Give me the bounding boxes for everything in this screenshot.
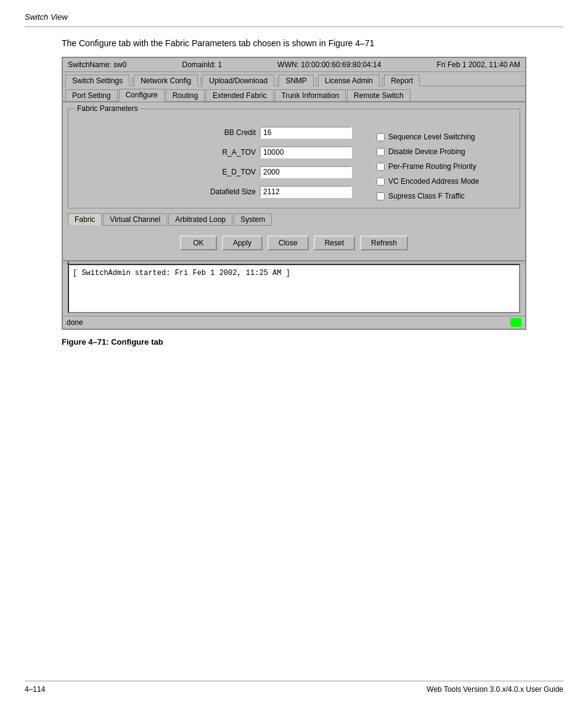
sub-tab-arbitrated-loop[interactable]: Arbitrated Loop <box>168 213 232 226</box>
sep3: | <box>276 76 278 84</box>
sub-tab-system[interactable]: System <box>234 213 272 226</box>
refresh-button[interactable]: Refresh <box>360 236 408 250</box>
checkbox-per-frame-label: Per-Frame Routing Priority <box>388 162 476 171</box>
tab-trunk-information[interactable]: Trunk Information <box>275 89 346 101</box>
resize-icon: ▲ <box>65 259 71 266</box>
footer-left: 4–114 <box>25 685 45 694</box>
checkbox-sequence-level: Sequence Level Switching <box>377 133 512 141</box>
close-button[interactable]: Close <box>267 236 309 250</box>
datafield-input[interactable] <box>259 186 352 198</box>
checkbox-disable-device-label: Disable Device Probing <box>388 147 465 156</box>
tab-row-1: Switch Settings | Network Config | Uploa… <box>63 72 525 86</box>
checkbox-sequence-level-input[interactable] <box>377 133 385 141</box>
wwn-label: WWN: 10:00:00:60:69:80:04:14 <box>277 60 381 69</box>
sep2: | <box>200 76 202 84</box>
params-right: Sequence Level Switching Disable Device … <box>377 126 512 200</box>
tab-port-setting[interactable]: Port Setting <box>65 89 118 101</box>
domain-id-label: DomainId: 1 <box>182 60 223 69</box>
figure-caption: Figure 4–71: Configure tab <box>62 337 563 347</box>
tab-extended-fabric[interactable]: Extended Fabric <box>206 89 273 101</box>
sub-tab-fabric[interactable]: Fabric <box>68 213 102 226</box>
apply-button[interactable]: Apply <box>222 236 263 250</box>
intro-text: The Configure tab with the Fabric Parame… <box>62 38 563 48</box>
datafield-label: Datafield Size <box>200 187 256 196</box>
checkbox-supress-class-f: Supress Class F Traffic <box>377 192 512 200</box>
checkbox-per-frame-input[interactable] <box>377 163 385 171</box>
page-footer: 4–114 Web Tools Version 3.0.x/4.0.x User… <box>25 681 563 694</box>
r-a-tov-input[interactable] <box>259 146 352 158</box>
page-title: Switch View <box>25 12 563 27</box>
tab-configure[interactable]: Configure <box>119 89 165 102</box>
checkbox-supress-class-f-label: Supress Class F Traffic <box>388 192 465 200</box>
tab-report[interactable]: Report <box>384 75 420 86</box>
e-d-tov-label: E_D_TOV <box>200 168 256 176</box>
sub-tabs: Fabric Virtual Channel Arbitrated Loop S… <box>68 213 520 226</box>
checkbox-disable-device: Disable Device Probing <box>377 147 512 156</box>
switch-name-label: SwitchName: sw0 <box>68 60 126 69</box>
status-text: done <box>67 318 83 327</box>
params-content: BB Credit R_A_TOV E_D_TOV Datafi <box>76 114 512 200</box>
tab-snmp[interactable]: SNMP <box>279 75 314 86</box>
fabric-parameters-group: Fabric Parameters BB Credit R_A_TOV <box>68 109 520 208</box>
datafield-row: Datafield Size <box>200 186 352 198</box>
tab-switch-settings[interactable]: Switch Settings <box>65 75 129 86</box>
sep4: | <box>316 76 317 84</box>
sep1: | <box>131 76 133 84</box>
log-area: [ SwitchAdmin started: Fri Feb 1 2002, 1… <box>68 264 520 313</box>
tab-upload-download[interactable]: Upload/Download <box>202 75 274 86</box>
checkbox-per-frame: Per-Frame Routing Priority <box>377 162 512 171</box>
tab-routing[interactable]: Routing <box>166 89 205 101</box>
window-frame: SwitchName: sw0 DomainId: 1 WWN: 10:00:0… <box>62 57 526 330</box>
r-a-tov-row: R_A_TOV <box>200 146 352 158</box>
log-text: [ SwitchAdmin started: Fri Feb 1 2002, 1… <box>73 269 290 277</box>
tab-remote-switch[interactable]: Remote Switch <box>347 89 410 101</box>
checkbox-vc-encoded-label: VC Encoded Address Mode <box>388 177 479 186</box>
e-d-tov-row: E_D_TOV <box>200 166 352 178</box>
tab-network-config[interactable]: Network Config <box>134 75 198 86</box>
group-box-title: Fabric Parameters <box>75 104 141 113</box>
tab-license-admin[interactable]: License Admin <box>318 75 380 86</box>
sep5: | <box>382 76 383 84</box>
e-d-tov-input[interactable] <box>259 166 352 178</box>
checkbox-sequence-level-label: Sequence Level Switching <box>388 133 475 141</box>
checkbox-disable-device-input[interactable] <box>377 148 385 156</box>
status-bar: done <box>63 316 525 329</box>
params-left: BB Credit R_A_TOV E_D_TOV Datafi <box>76 126 358 200</box>
bb-credit-row: BB Credit <box>200 126 352 139</box>
checkbox-supress-class-f-input[interactable] <box>377 192 385 200</box>
sub-tab-virtual-channel[interactable]: Virtual Channel <box>103 213 167 226</box>
content-area: Fabric Parameters BB Credit R_A_TOV <box>63 102 525 260</box>
date-label: Fri Feb 1 2002, 11:40 AM <box>437 60 520 69</box>
reset-button[interactable]: Reset <box>314 236 355 250</box>
title-bar: SwitchName: sw0 DomainId: 1 WWN: 10:00:0… <box>63 58 525 72</box>
action-buttons: OK Apply Close Reset Refresh <box>68 231 520 254</box>
checkbox-vc-encoded: VC Encoded Address Mode <box>377 177 512 186</box>
checkbox-vc-encoded-input[interactable] <box>377 178 385 186</box>
bb-credit-input[interactable] <box>259 126 352 139</box>
bb-credit-label: BB Credit <box>200 128 256 137</box>
status-indicator <box>510 318 521 327</box>
r-a-tov-label: R_A_TOV <box>200 148 256 157</box>
ok-button[interactable]: OK <box>180 236 217 250</box>
footer-right: Web Tools Version 3.0.x/4.0.x User Guide <box>427 685 563 694</box>
tab-row-2: Port Setting Configure Routing Extended … <box>63 86 525 102</box>
